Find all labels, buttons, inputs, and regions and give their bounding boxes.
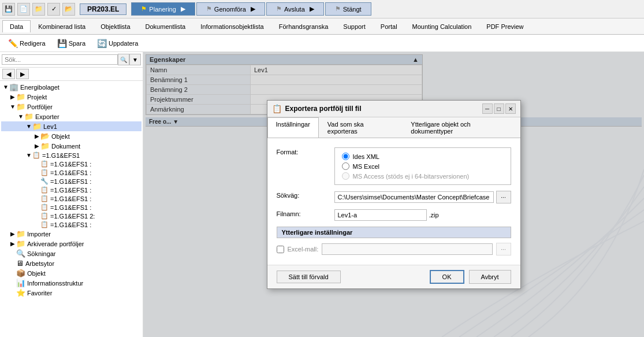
filename-content: .zip [334, 209, 511, 221]
open-icon[interactable]: 📂 [62, 3, 75, 16]
new-icon[interactable]: 📄 [17, 3, 30, 16]
update-button[interactable]: 🔄 Uppdatera [94, 38, 142, 49]
favoriter-label: Favoriter [27, 290, 52, 297]
modal-tab-ytterligare[interactable]: Ytterligare objekt och dokumenttyper [402, 117, 520, 138]
excel-template-checkbox[interactable] [277, 246, 284, 253]
ok-button[interactable]: OK [430, 270, 464, 284]
tree-item-arkiverade[interactable]: ▶ 📁 Arkiverade portföljer [1, 239, 142, 249]
folder-icon[interactable]: 📁 [32, 3, 45, 16]
tree-toggle: ▶ [9, 240, 16, 247]
tree-item-g1efs1-5[interactable]: 📋 =1.G1&EFS1 : [1, 194, 142, 203]
tree-item-g1efs1-4[interactable]: 📋 =1.G1&EFS1 : [1, 186, 142, 194]
tab-informationsobjektlista[interactable]: Informationsobjektlista [193, 20, 271, 32]
tree-item-sokningar[interactable]: 🔍 Sökningar [1, 249, 142, 258]
tree-item-projekt[interactable]: ▶ 📁 Projekt [1, 92, 142, 102]
tree-item-importer[interactable]: ▶ 📁 Importer [1, 229, 142, 239]
tab-forhandsgranska[interactable]: Förhandsgranska [271, 20, 336, 32]
edit-label: Redigera [20, 40, 46, 47]
tree-item-g1efs1-3[interactable]: 🔧 =1.G1&EFS1 : [1, 177, 142, 186]
save-icon[interactable]: 💾 [2, 3, 15, 16]
tab-pdf-preview[interactable]: PDF Preview [479, 20, 531, 32]
arrow-right-icon3: ▶ [310, 5, 314, 13]
workflow-tab-avsluta[interactable]: ⚑ Avsluta ▶ [266, 2, 324, 16]
tree-toggle: ▼ [25, 123, 32, 129]
radio-ms-access[interactable]: MS Access (stöds ej i 64-bitarsversionen… [342, 172, 504, 180]
item-icon8: 📋 [40, 221, 49, 228]
tab-portal[interactable]: Portal [373, 20, 405, 32]
search-button[interactable]: 🔍 [118, 54, 129, 65]
lev1-icon: 📁 [32, 122, 42, 131]
radio-ides-xml-input[interactable] [342, 153, 349, 160]
browse-path-button[interactable]: ··· [496, 191, 511, 203]
g1efs1-icon: 📋 [32, 151, 40, 159]
exporter-icon: 📁 [24, 112, 33, 121]
main-tabs: Data Kombinerad lista Objektlista Dokume… [0, 18, 644, 35]
radio-ms-excel[interactable]: MS Excel [342, 162, 504, 170]
tree-item-g1efs1-1[interactable]: 📋 =1.G1&EFS1 : [1, 160, 142, 168]
tree-toggle: ▶ [9, 231, 16, 237]
tree-toggle: ▶ [9, 94, 16, 100]
tree-item-g1efs1-7[interactable]: 📋 =1.G1&EFS1 2: [1, 212, 142, 220]
modal-minimize-button[interactable]: ─ [482, 103, 493, 114]
search-options-button[interactable]: ▼ [129, 54, 141, 65]
tree-item-arbetsytor[interactable]: 🖥 Arbetsytor [1, 258, 142, 268]
nav-arrows: ◀ ▶ [0, 68, 143, 81]
edit-button[interactable]: ✏️ Redigera [5, 38, 49, 49]
modal-close-button[interactable]: ✕ [505, 103, 516, 114]
energibolaget-icon: 🏢 [9, 83, 18, 91]
tab-objektlista[interactable]: Objektlista [93, 20, 137, 32]
workflow-tab-planering[interactable]: ⚑ Planering ▶ [131, 2, 195, 16]
arbetsytor-label: Arbetsytor [25, 260, 54, 267]
tree-item-dokument[interactable]: ▶ 📁 Dokument [1, 141, 142, 151]
cancel-button[interactable]: Avbryt [469, 270, 511, 284]
filename-input[interactable] [334, 209, 427, 221]
browse-excel-button: ··· [496, 243, 511, 255]
project-id[interactable]: PR203.EL [80, 3, 126, 15]
tree-toggle: ▼ [9, 103, 16, 110]
tree-item-g1efs1-8[interactable]: 📋 =1.G1&EFS1 : [1, 220, 142, 229]
tree-item-informationsstruktur[interactable]: 📊 Informationsstruktur [1, 278, 142, 288]
modal-tab-vad-exporteras[interactable]: Vad som ska exporteras [319, 117, 403, 138]
item-icon4: 📋 [40, 186, 49, 194]
check-icon[interactable]: ✓ [47, 3, 60, 16]
dokument-icon: 📁 [40, 142, 50, 150]
tab-dokumentlista[interactable]: Dokumentlista [138, 20, 193, 32]
tree-item-lev1[interactable]: ▼ 📁 Lev1 [1, 121, 142, 131]
tree-item-exporter[interactable]: ▼ 📁 Exporter [1, 112, 142, 121]
tree-item-g1efs1-2[interactable]: 📋 =1.G1&EFS1 : [1, 168, 142, 177]
tab-kombinerad-lista[interactable]: Kombinerad lista [31, 20, 93, 32]
footer-buttons: OK Avbryt [430, 270, 511, 284]
radio-ms-excel-input[interactable] [342, 162, 349, 170]
tree-item-favoriter[interactable]: ⭐ Favoriter [1, 288, 142, 298]
radio-ides-xml[interactable]: Ides XML [342, 153, 504, 160]
nav-back-button[interactable]: ◀ [2, 69, 15, 79]
workflow-tab-stangt[interactable]: ⚑ Stängt [325, 2, 371, 16]
filename-ext: .zip [429, 212, 439, 219]
tab-support[interactable]: Support [336, 20, 373, 32]
save-button[interactable]: 💾 Spara [54, 38, 89, 49]
objekt-label: Objekt [51, 133, 70, 140]
energibolaget-label: Energibolaget [20, 84, 59, 91]
portfoljer-icon: 📁 [16, 102, 25, 111]
tab-data[interactable]: Data [2, 20, 31, 32]
radio-ms-access-input [342, 172, 349, 180]
path-input[interactable] [334, 191, 494, 203]
set-default-button[interactable]: Sätt till förvald [277, 271, 341, 283]
projekt-icon: 📁 [16, 92, 25, 101]
save-label: Spara [69, 40, 85, 47]
tree-item-energibolaget[interactable]: ▼ 🏢 Energibolaget [1, 82, 142, 92]
tree-item-g1efs1-6[interactable]: 📋 =1.G1&EFS1 : [1, 203, 142, 212]
tree-item-objekt[interactable]: ▶ 📂 Objekt [1, 131, 142, 141]
item-icon3: 🔧 [40, 177, 49, 185]
tab-mounting-calculation[interactable]: Mounting Calculation [405, 20, 479, 32]
modal-tab-installningar[interactable]: Inställningar [267, 117, 319, 138]
search-input[interactable] [2, 54, 118, 65]
tree-item-g1efs1-0[interactable]: ▼ 📋 =1.G1&EFS1 [1, 151, 142, 160]
excel-template-label: Excel-mall: [288, 246, 319, 253]
nav-forward-button[interactable]: ▶ [16, 69, 29, 79]
modal-body: Format: Ides XML MS Excel [267, 138, 520, 265]
tree-item-portfoljer[interactable]: ▼ 📁 Portföljer [1, 102, 142, 112]
modal-maximize-button[interactable]: □ [494, 103, 504, 114]
workflow-tab-genomfora[interactable]: ⚑ Genomföra ▶ [196, 2, 265, 16]
tree-item-objekt2[interactable]: 📦 Objekt [1, 268, 142, 278]
